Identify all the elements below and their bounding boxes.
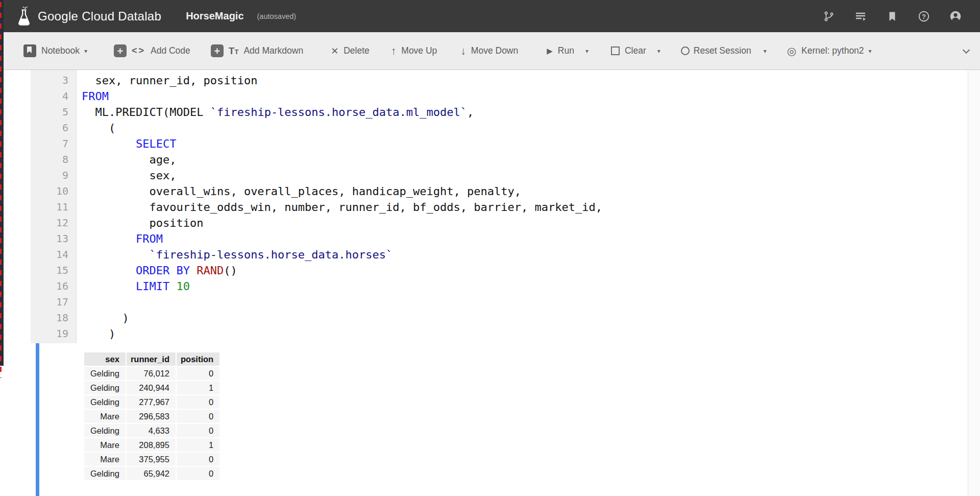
delete-button[interactable]: ✕ Delete <box>331 45 370 57</box>
table-cell: 0 <box>177 467 219 480</box>
line-number: 8 <box>31 152 76 168</box>
table-cell: 0 <box>177 395 219 409</box>
line-number: 4 <box>31 88 76 104</box>
run-button[interactable]: ▶ Run ▾ <box>547 45 589 56</box>
code-line[interactable]: LIMIT 10 <box>82 278 968 294</box>
account-icon[interactable] <box>949 10 962 22</box>
table-cell: Mare <box>84 453 126 466</box>
column-header: runner_id <box>127 352 176 366</box>
code-line[interactable]: FROM <box>82 231 968 247</box>
table-cell: 4,633 <box>127 424 176 437</box>
table-cell: 296,583 <box>127 410 176 423</box>
screen-edge-artifact <box>0 0 4 366</box>
reset-session-label: Reset Session <box>694 45 751 56</box>
notebook-title[interactable]: HorseMagic <box>186 10 243 22</box>
line-number: 11 <box>31 199 76 215</box>
table-cell: Mare <box>84 438 126 452</box>
add-markdown-button[interactable]: + TT Add Markdown <box>211 44 303 57</box>
table-cell: 277,967 <box>127 395 176 409</box>
page-scrollbar[interactable] <box>968 70 980 496</box>
flask-icon <box>16 6 32 27</box>
autosave-status: (autosaved) <box>257 12 297 20</box>
code-line[interactable]: sex, runner_id, position <box>82 73 968 88</box>
line-number: 13 <box>31 231 76 247</box>
kernel-label: Kernel: python2 <box>801 45 864 56</box>
arrow-up-icon: ↑ <box>391 45 397 57</box>
code-line[interactable]: `fireship-lessons.horse_data.horses` <box>82 247 968 263</box>
toolbar-collapse-chevron-icon[interactable] <box>963 46 970 54</box>
delete-label: Delete <box>344 45 370 56</box>
kernel-selector[interactable]: ◎ Kernel: python2 ▾ <box>787 45 872 57</box>
table-cell: Gelding <box>84 367 126 380</box>
code-line[interactable]: ORDER BY RAND() <box>82 263 968 278</box>
line-number: 17 <box>31 294 76 310</box>
code-line[interactable]: sex, <box>82 168 968 183</box>
chevron-down-icon[interactable]: ▾ <box>764 48 767 55</box>
reset-icon <box>681 46 690 55</box>
chevron-down-icon[interactable]: ▾ <box>657 48 660 55</box>
code-line[interactable]: FROM <box>82 88 968 104</box>
table-cell: 1 <box>177 381 219 394</box>
table-row: Mare296,5830 <box>84 410 219 423</box>
code-cell[interactable]: 345678910111213141516171819 sex, runner_… <box>0 70 968 343</box>
clear-button[interactable]: Clear ▾ <box>611 45 660 56</box>
code-line[interactable]: ML.PREDICT(MODEL `fireship-lessons.horse… <box>82 104 968 120</box>
move-up-button[interactable]: ↑ Move Up <box>391 45 437 57</box>
code-line[interactable]: favourite_odds_win, number, runner_id, b… <box>82 199 968 215</box>
arrow-down-icon: ↓ <box>460 45 466 57</box>
add-code-label: Add Code <box>151 45 190 56</box>
table-cell: 1 <box>177 438 219 452</box>
table-row: Gelding4,6330 <box>84 424 219 437</box>
line-number: 14 <box>31 247 76 263</box>
table-cell: 0 <box>177 410 219 423</box>
table-row: Mare375,9550 <box>84 453 219 466</box>
add-code-button[interactable]: + <> Add Code <box>114 44 190 57</box>
table-cell: Mare <box>84 410 126 423</box>
code-line[interactable] <box>82 294 968 310</box>
output-table-body: Gelding76,0120Gelding240,9441Gelding277,… <box>84 367 219 480</box>
clear-label: Clear <box>625 45 646 56</box>
datalab-logo[interactable]: Google Cloud Datalab <box>16 6 161 27</box>
line-number: 6 <box>31 120 76 136</box>
table-cell: 76,012 <box>127 367 176 380</box>
code-line[interactable]: SELECT <box>82 136 968 152</box>
chevron-down-icon: ▾ <box>869 48 872 55</box>
table-row: Mare208,8951 <box>84 438 219 452</box>
session-list-icon[interactable] <box>854 10 867 22</box>
table-row: Gelding277,9670 <box>84 395 219 409</box>
svg-text:?: ? <box>922 12 926 20</box>
code-brackets-icon: <> <box>132 45 145 56</box>
line-number: 5 <box>31 104 76 120</box>
table-cell: 0 <box>177 367 219 380</box>
code-line[interactable]: ) <box>82 310 968 326</box>
notebook-icon <box>23 44 36 57</box>
output-table-header-row: sexrunner_idposition <box>84 352 219 366</box>
reset-session-button[interactable]: Reset Session ▾ <box>681 45 767 56</box>
move-down-button[interactable]: ↓ Move Down <box>460 45 518 57</box>
kernel-icon: ◎ <box>787 45 796 57</box>
app-header: Google Cloud Datalab HorseMagic (autosav… <box>0 0 980 32</box>
line-number: 15 <box>31 263 76 278</box>
chevron-down-icon[interactable]: ▾ <box>585 48 589 55</box>
code-line[interactable]: ) <box>82 326 968 342</box>
move-up-label: Move Up <box>401 45 437 56</box>
notebook-menu-button[interactable]: Notebook ▾ <box>23 44 87 57</box>
table-cell: 65,942 <box>127 467 176 480</box>
code-line[interactable]: age, <box>82 152 968 168</box>
code-lines[interactable]: sex, runner_id, positionFROM ML.PREDICT(… <box>77 70 968 343</box>
bookmark-icon[interactable] <box>886 10 898 22</box>
table-cell: 0 <box>177 453 219 466</box>
table-row: Gelding76,0120 <box>84 367 219 380</box>
code-line[interactable]: overall_wins, overall_places, handicap_w… <box>82 183 968 199</box>
logo-text: Google Cloud Datalab <box>38 9 161 23</box>
code-line[interactable]: position <box>82 215 968 231</box>
table-cell: 208,895 <box>127 438 176 452</box>
plus-icon: + <box>211 44 224 57</box>
git-branch-icon[interactable] <box>823 10 835 22</box>
table-cell: 0 <box>177 424 219 437</box>
help-icon[interactable]: ? <box>918 10 930 22</box>
code-line[interactable]: ( <box>82 120 968 136</box>
move-down-label: Move Down <box>471 45 518 56</box>
table-row: Gelding240,9441 <box>84 381 219 394</box>
line-number: 10 <box>31 183 76 199</box>
